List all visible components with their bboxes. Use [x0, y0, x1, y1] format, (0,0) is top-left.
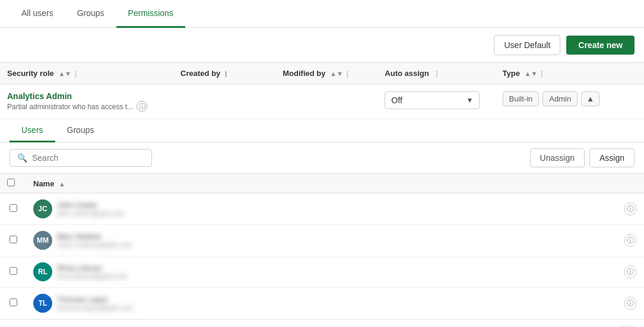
col-header-created-by: Created by |	[173, 63, 275, 84]
security-role-cell: Analytics Admin Partial administrator wh…	[0, 84, 173, 119]
col-header-type: Type ▲▼ |	[496, 63, 607, 84]
user-default-button[interactable]: User Default	[494, 35, 560, 55]
row-checkbox[interactable]	[9, 236, 17, 243]
user-name: Thomas Lopez	[57, 295, 134, 304]
type-badges: Built-in Admin ▲	[503, 91, 600, 106]
user-cell: MM Marc Mullner marc.mullner@pbit.com ⓘ	[26, 225, 644, 256]
tab-groups[interactable]: Groups	[65, 0, 116, 28]
user-name: Marc Mullner	[57, 232, 132, 241]
col-header-security-role: Security role ▲▼ |	[0, 63, 173, 84]
user-details: John Carter john.carter@pbit.com	[57, 201, 125, 218]
role-description: Partial administrator who has access t..…	[7, 103, 133, 111]
avatar: RL	[33, 262, 52, 281]
role-name[interactable]: Analytics Admin	[7, 91, 166, 101]
user-info-cell: MM Marc Mullner marc.mullner@pbit.com	[33, 231, 132, 250]
create-new-button[interactable]: Create new	[566, 36, 635, 55]
auto-assign-dropdown[interactable]: Off ▼	[385, 91, 480, 109]
user-info-cell: JC John Carter john.carter@pbit.com	[33, 199, 125, 218]
action-buttons: Unassign Assign	[530, 148, 635, 167]
avatar: MM	[33, 231, 52, 250]
modified-by-cell	[275, 84, 377, 119]
users-table: Name ▲ JC John Carter john.carter	[0, 173, 644, 319]
user-email: thomas.lopez@pbit.com	[57, 304, 134, 312]
toolbar: User Default Create new	[0, 28, 644, 62]
type-cell: Built-in Admin ▲	[496, 84, 607, 119]
user-info-cell: TL Thomas Lopez thomas.lopez@pbit.com	[33, 294, 134, 313]
unassign-button[interactable]: Unassign	[530, 148, 585, 167]
search-icon: 🔍	[17, 153, 27, 163]
col-header-auto-assign: Auto assign |	[377, 63, 495, 84]
user-email: john.carter@pbit.com	[57, 209, 125, 218]
badge-admin: Admin	[543, 91, 578, 106]
row-checkbox-cell	[0, 193, 26, 225]
permissions-table: Security role ▲▼ | Created by | Modified…	[0, 62, 644, 327]
sort-icon-security[interactable]: ▲▼	[58, 70, 71, 77]
table-row: MM Marc Mullner marc.mullner@pbit.com ⓘ	[0, 225, 644, 256]
top-nav: All users Groups Permissions	[0, 0, 644, 28]
auto-assign-value: Off	[391, 96, 402, 105]
col-header-checkbox	[0, 174, 26, 193]
pagination: Rows per page: 5 10 25 ▼ 1-4 of 4	[0, 319, 644, 327]
user-cell: JC John Carter john.carter@pbit.com ⓘ	[26, 193, 644, 224]
expanded-row: Users Groups 🔍 Unassign Assign	[0, 119, 644, 328]
role-info-icon[interactable]: ⓘ	[137, 101, 147, 112]
user-details: Marc Mullner marc.mullner@pbit.com	[57, 232, 132, 249]
search-action-bar: 🔍 Unassign Assign	[0, 142, 644, 173]
user-name: John Carter	[57, 201, 125, 209]
sort-icon-type[interactable]: ▲▼	[525, 70, 538, 77]
avatar: JC	[33, 199, 52, 218]
user-cell: RL Rima Litevan rima.litevan@pbit.com ⓘ	[26, 256, 644, 287]
inner-tab-users[interactable]: Users	[9, 119, 55, 142]
user-details: Rima Litevan rima.litevan@pbit.com	[57, 263, 128, 281]
assign-button[interactable]: Assign	[589, 148, 635, 167]
row-info-button[interactable]: ⓘ	[624, 265, 637, 278]
main-table-wrapper: Security role ▲▼ | Created by | Modified…	[0, 62, 644, 327]
row-info-button[interactable]: ⓘ	[624, 234, 637, 247]
search-box[interactable]: 🔍	[9, 149, 152, 167]
expanded-cell: Users Groups 🔍 Unassign Assign	[0, 119, 644, 328]
created-by-cell	[173, 84, 275, 119]
table-row: TL Thomas Lopez thomas.lopez@pbit.com ⓘ	[0, 288, 644, 319]
sort-icon-created[interactable]: |	[225, 70, 227, 77]
select-all-checkbox[interactable]	[7, 179, 15, 186]
col-header-modified-by: Modified by ▲▼ |	[275, 63, 377, 84]
row-checkbox[interactable]	[9, 299, 17, 306]
row-checkbox[interactable]	[9, 267, 17, 275]
row-actions-cell	[607, 84, 644, 119]
row-info-button[interactable]: ⓘ	[624, 202, 637, 215]
col-header-actions	[607, 63, 644, 84]
user-email: rima.litevan@pbit.com	[57, 272, 128, 281]
sort-icon-modified[interactable]: ▲▼	[330, 70, 343, 77]
collapse-button[interactable]: ▲	[581, 91, 599, 106]
dropdown-arrow-icon: ▼	[466, 96, 473, 104]
user-details: Thomas Lopez thomas.lopez@pbit.com	[57, 295, 134, 312]
user-email: marc.mullner@pbit.com	[57, 241, 132, 249]
inner-tab-bar: Users Groups	[0, 119, 644, 142]
avatar: TL	[33, 294, 52, 313]
row-checkbox-cell	[0, 256, 26, 288]
search-input[interactable]	[32, 153, 144, 163]
badge-builtin: Built-in	[503, 91, 540, 106]
user-cell: TL Thomas Lopez thomas.lopez@pbit.com ⓘ	[26, 288, 644, 319]
row-checkbox[interactable]	[9, 204, 17, 212]
table-row: Analytics Admin Partial administrator wh…	[0, 84, 644, 119]
user-name: Rima Litevan	[57, 263, 128, 272]
sort-icon-name[interactable]: ▲	[59, 180, 65, 188]
expanded-content: Users Groups 🔍 Unassign Assign	[0, 119, 644, 327]
table-row: JC John Carter john.carter@pbit.com ⓘ	[0, 193, 644, 225]
user-info-cell: RL Rima Litevan rima.litevan@pbit.com	[33, 262, 128, 281]
row-checkbox-cell	[0, 288, 26, 319]
tab-all-users[interactable]: All users	[9, 0, 65, 28]
col-header-name: Name ▲	[26, 174, 644, 193]
auto-assign-cell: Off ▼	[377, 84, 495, 119]
inner-tab-groups[interactable]: Groups	[55, 119, 106, 142]
row-checkbox-cell	[0, 225, 26, 256]
table-row: RL Rima Litevan rima.litevan@pbit.com ⓘ	[0, 256, 644, 288]
row-info-button[interactable]: ⓘ	[624, 297, 637, 310]
tab-permissions[interactable]: Permissions	[116, 0, 185, 28]
